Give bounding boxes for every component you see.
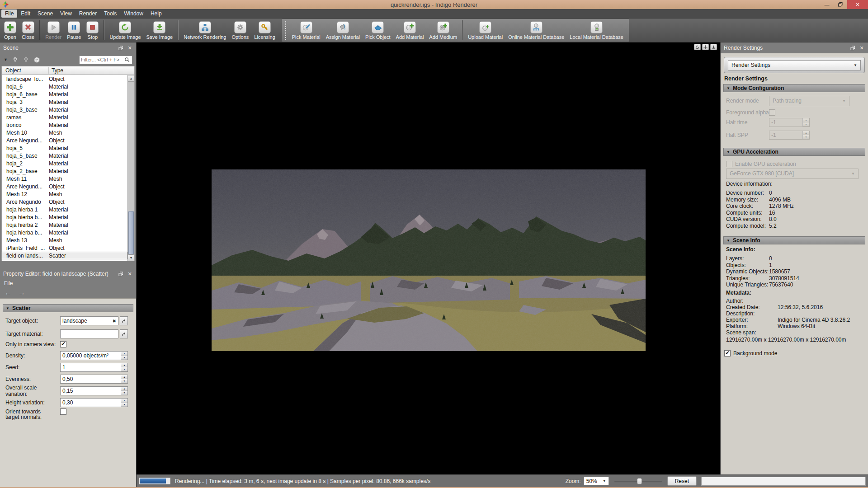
menu-item[interactable]: Help (147, 9, 165, 18)
table-row[interactable]: iPlants_Field_... Object (2, 244, 127, 252)
filter-input[interactable] (81, 57, 124, 62)
menu-item[interactable]: Window (120, 9, 147, 18)
table-row[interactable]: Mesh 12 Mesh (2, 190, 127, 198)
local-material-database-button[interactable]: Local Material Database (567, 20, 626, 41)
scroll-up-icon[interactable]: ▲ (128, 75, 134, 82)
toolbar-drag-handle[interactable] (285, 21, 287, 40)
scroll-thumb[interactable] (128, 211, 134, 254)
menu-item[interactable]: View (57, 9, 75, 18)
file-menu-item[interactable]: File (4, 280, 13, 286)
scene-scrollbar[interactable]: ▲ ▼ (128, 75, 135, 261)
table-row[interactable]: Mesh 13 Mesh (2, 236, 127, 244)
pause-button[interactable]: Pause (64, 20, 84, 41)
pick-target-material-button[interactable] (120, 329, 128, 338)
table-row[interactable]: hoja_6 Material (2, 83, 127, 90)
licensing-button[interactable]: Licensing (251, 20, 278, 41)
zoom-slider-handle[interactable] (637, 478, 642, 484)
pick-object-button[interactable]: Pick Object (363, 20, 393, 41)
save-image-button[interactable]: Save Image (144, 20, 176, 41)
table-row[interactable]: ramas Material (2, 113, 127, 121)
float-panel-icon[interactable] (118, 271, 124, 277)
online-material-database-button[interactable]: Online Material Database (505, 20, 567, 41)
column-header-object[interactable]: Object (2, 67, 49, 74)
upload-material-button[interactable]: Upload Material (465, 20, 505, 41)
expand-tree-button[interactable]: ▼ (4, 57, 8, 62)
gpu-acceleration-header[interactable]: ▼ GPU Acceleration (723, 148, 865, 156)
table-row[interactable]: Arce Negundo Object (2, 198, 127, 206)
back-arrow-icon[interactable]: ← (5, 289, 12, 297)
table-row[interactable]: landscape_fo... Object (2, 75, 127, 83)
close-panel-icon[interactable]: ✕ (127, 45, 133, 51)
stop-button[interactable]: Stop (84, 20, 101, 41)
table-row[interactable]: Arce Negund... Object (2, 136, 127, 144)
minimize-button[interactable]: — (820, 0, 834, 9)
network-rendering-button[interactable]: Network Rendering (181, 20, 229, 41)
menu-item[interactable]: Scene (34, 9, 57, 18)
column-header-type[interactable]: Type (49, 67, 63, 74)
mode-configuration-header[interactable]: ▼ Mode Configuration (723, 84, 865, 92)
close-file-button[interactable]: Close (19, 20, 37, 41)
table-row[interactable]: field on lands... Scatter (2, 252, 127, 259)
scene-info-header[interactable]: ▼ Scene Info (723, 236, 865, 244)
pick-material-button[interactable]: Pick Material (289, 20, 323, 41)
close-panel-icon[interactable]: ✕ (859, 45, 865, 51)
table-row[interactable]: Arce Negund... Object (2, 183, 127, 190)
table-row[interactable]: tronco Material (2, 121, 127, 129)
target-object-input[interactable]: landscape✖ (60, 316, 118, 325)
height-variation-stepper[interactable]: 0,30▲▼ (60, 398, 128, 407)
table-row[interactable]: hoja_3_base Material (2, 106, 127, 113)
table-row[interactable]: hoja hierba b... Material (2, 229, 127, 236)
orient-checkbox[interactable] (60, 408, 66, 415)
scene-table-header[interactable]: Object Type (1, 66, 135, 75)
menu-item[interactable]: Edit (17, 9, 34, 18)
update-image-button[interactable]: Update Image (107, 20, 143, 41)
table-row[interactable]: hoja hierba b... Material (2, 213, 127, 221)
target-material-input[interactable] (60, 329, 118, 338)
table-row[interactable]: hoja_2_base Material (2, 167, 127, 175)
float-panel-icon[interactable] (118, 45, 124, 51)
render-viewport[interactable] (137, 42, 720, 474)
table-row[interactable]: hoja_5 Material (2, 144, 127, 152)
table-row[interactable]: hoja hierba 2 Material (2, 221, 127, 229)
density-stepper[interactable]: 0,05000 objects/m²▲▼ (60, 351, 128, 360)
table-row[interactable]: hoja_5_base Material (2, 152, 127, 160)
background-mode-checkbox[interactable] (724, 350, 731, 357)
table-row[interactable]: hoja_6_base Material (2, 90, 127, 98)
reset-zoom-button[interactable]: Reset (667, 476, 697, 486)
table-row[interactable]: Mesh 10 Mesh (2, 129, 127, 136)
pan-view-icon[interactable] (702, 44, 709, 50)
close-panel-icon[interactable]: ✕ (127, 271, 133, 277)
table-row[interactable]: hoja_2 Material (2, 160, 127, 167)
assign-material-button[interactable]: Assign Material (323, 20, 363, 41)
zoom-slider[interactable] (614, 477, 662, 486)
table-row[interactable]: hoja hierba 1 Material (2, 206, 127, 213)
only-in-camera-checkbox[interactable] (60, 341, 66, 347)
menu-item[interactable]: Render (75, 9, 100, 18)
float-panel-icon[interactable] (849, 45, 856, 51)
scroll-down-icon[interactable]: ▼ (128, 254, 134, 261)
show-lights-icon[interactable] (12, 56, 19, 63)
table-row[interactable]: Mesh 11 Mesh (2, 175, 127, 183)
options-button[interactable]: Options (229, 20, 251, 41)
open-button[interactable]: Open (1, 20, 19, 41)
close-button[interactable]: ✕ (847, 0, 868, 9)
add-material-button[interactable]: Add Material (393, 20, 427, 41)
clear-icon[interactable]: ✖ (113, 319, 116, 324)
show-cameras-icon[interactable] (23, 56, 29, 63)
show-meshes-cube-icon[interactable] (33, 56, 40, 63)
restore-button[interactable] (834, 0, 847, 9)
menu-item[interactable]: File (1, 9, 17, 18)
scatter-section-header[interactable]: ▼ Scatter (3, 304, 133, 312)
evenness-stepper[interactable]: 0,50▲▼ (60, 375, 128, 384)
zoom-dropdown[interactable]: 50%▼ (584, 477, 609, 485)
fit-view-icon[interactable] (710, 44, 717, 50)
overall-scale-stepper[interactable]: 0,15▲▼ (60, 386, 128, 395)
add-medium-button[interactable]: Add Medium (426, 20, 460, 41)
settings-preset-dropdown[interactable]: Render Settings▼ (728, 60, 861, 70)
pick-target-object-button[interactable] (120, 316, 128, 325)
menu-item[interactable]: Tools (100, 9, 120, 18)
forward-arrow-icon[interactable]: → (18, 289, 25, 297)
table-row[interactable]: hoja_3 Material (2, 98, 127, 106)
seed-stepper[interactable]: 1▲▼ (60, 363, 128, 372)
refresh-view-icon[interactable] (694, 44, 701, 50)
